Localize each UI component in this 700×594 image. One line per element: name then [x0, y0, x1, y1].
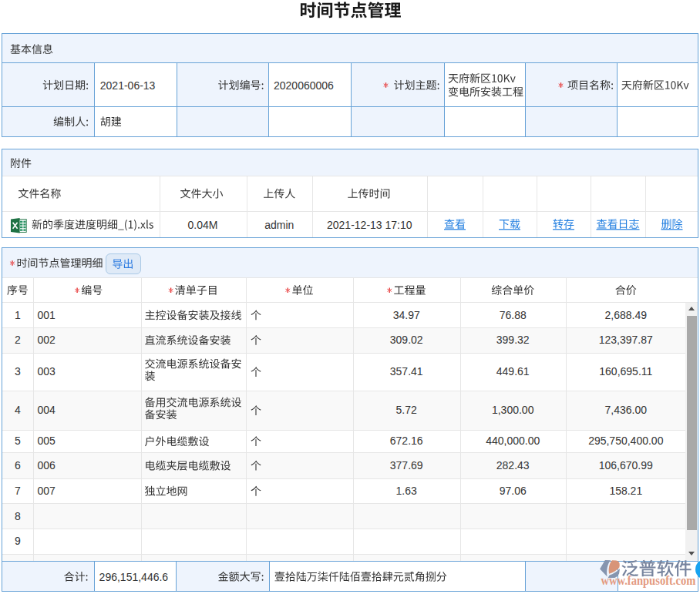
svg-text:6: 6 [15, 459, 21, 472]
svg-text:2: 2 [15, 334, 21, 346]
svg-text:399.32: 399.32 [496, 334, 530, 346]
svg-text:309.02: 309.02 [390, 334, 423, 346]
svg-text:449.61: 449.61 [496, 365, 530, 378]
svg-text:160,695.11: 160,695.11 [599, 365, 652, 378]
svg-text:440,000.00: 440,000.00 [486, 435, 540, 447]
svg-text:5.72: 5.72 [396, 404, 417, 416]
svg-text:282.43: 282.43 [496, 459, 530, 472]
svg-text:377.69: 377.69 [390, 459, 423, 472]
svg-text:158.21: 158.21 [609, 485, 642, 497]
svg-text:1: 1 [15, 309, 21, 321]
svg-text:295,750,400.00: 295,750,400.00 [588, 435, 664, 447]
svg-text:5: 5 [15, 435, 21, 447]
svg-text:2020060006: 2020060006 [274, 79, 334, 92]
svg-text:8: 8 [15, 510, 21, 522]
svg-text:1,300.00: 1,300.00 [492, 404, 534, 416]
svg-text:003: 003 [38, 365, 56, 378]
svg-text:9: 9 [15, 535, 21, 547]
svg-text:006: 006 [38, 459, 56, 472]
svg-text:7: 7 [15, 485, 21, 497]
svg-text:admin: admin [264, 219, 294, 231]
svg-text:2021-06-13: 2021-06-13 [100, 79, 156, 92]
svg-text:2021-12-13 17:10: 2021-12-13 17:10 [327, 219, 412, 231]
svg-text:2,688.49: 2,688.49 [605, 309, 648, 321]
svg-text:296,151,446.6: 296,151,446.6 [99, 571, 169, 583]
svg-text:97.06: 97.06 [500, 485, 527, 497]
svg-text:005: 005 [38, 435, 56, 447]
svg-text:002: 002 [38, 334, 56, 346]
svg-text:1.63: 1.63 [396, 485, 417, 497]
svg-text:0.04M: 0.04M [188, 219, 218, 231]
svg-text:3: 3 [15, 365, 21, 378]
svg-text:001: 001 [38, 309, 56, 321]
svg-text:007: 007 [38, 485, 56, 497]
svg-text:4: 4 [15, 404, 21, 416]
svg-text:123,397.87: 123,397.87 [599, 334, 653, 346]
svg-text:34.97: 34.97 [393, 309, 420, 321]
svg-text:357.41: 357.41 [390, 365, 423, 378]
svg-text:76.88: 76.88 [500, 309, 527, 321]
svg-text:www.fanpusoft.com: www.fanpusoft.com [601, 574, 695, 588]
svg-text:7,436.00: 7,436.00 [605, 404, 648, 416]
svg-text:672.16: 672.16 [390, 435, 423, 447]
svg-text:004: 004 [38, 404, 56, 416]
svg-text:106,670.99: 106,670.99 [599, 459, 653, 472]
